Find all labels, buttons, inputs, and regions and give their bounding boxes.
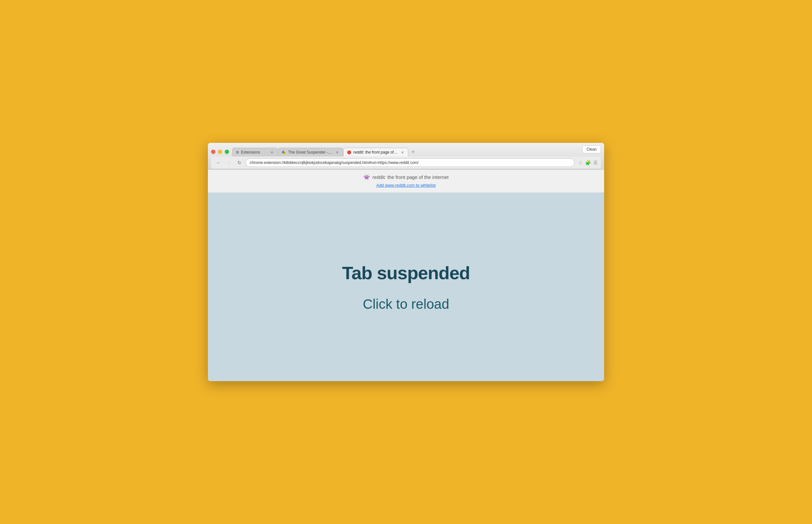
tab-great-suspender-label: The Great Suspender - Ch… [288,150,333,154]
minimize-window-button[interactable] [218,150,222,154]
menu-icon[interactable]: ☰ [594,160,598,165]
main-content[interactable]: Tab suspended Click to reload [208,193,604,381]
back-button[interactable]: ← [214,159,223,167]
info-bar: 👾 reddit: the front page of the internet… [208,169,604,193]
extensions-icon[interactable]: 🧩 [585,160,591,165]
great-suspender-tab-icon: 🎭 [281,150,286,154]
tab-extensions-label: Extensions [241,150,267,154]
clean-button[interactable]: Clean [582,145,601,153]
whitelist-link[interactable]: Add www.reddit.com to whitelist [376,183,436,187]
title-bar-right: Clean [582,145,601,157]
address-bar-row: ← → ↻ chrome-extension://klbibkeccnjlkjk… [211,157,601,169]
new-tab-button[interactable]: + [409,147,418,157]
reddit-logo-icon: 👾 [363,174,370,180]
address-field[interactable]: chrome-extension://klbibkeccnjlkjkiokjod… [246,159,574,167]
tab-reddit[interactable]: 🔴 reddit: the front page of th… ✕ [343,148,408,157]
tab-reddit-close[interactable]: ✕ [400,150,405,154]
page-title-row: 👾 reddit: the front page of the internet [214,174,598,180]
tab-great-suspender[interactable]: 🎭 The Great Suspender - Ch… ✕ [278,148,343,157]
address-text: chrome-extension://klbibkeccnjlkjkiokjod… [250,160,419,165]
tab-great-suspender-close[interactable]: ✕ [335,150,339,154]
page-title-text: reddit: the front page of the internet [373,174,449,180]
browser-window: ⚙ Extensions ✕ 🎭 The Great Suspender - C… [208,143,604,381]
tabs-row: ⚙ Extensions ✕ 🎭 The Great Suspender - C… [232,147,418,157]
desktop: ⚙ Extensions ✕ 🎭 The Great Suspender - C… [0,0,812,524]
maximize-window-button[interactable] [225,150,229,154]
tab-suspended-heading: Tab suspended [342,262,470,283]
title-bar: ⚙ Extensions ✕ 🎭 The Great Suspender - C… [208,143,604,169]
star-icon[interactable]: ☆ [579,160,583,165]
click-to-reload-text: Click to reload [363,296,449,312]
tab-extensions-close[interactable]: ✕ [270,150,274,154]
tabs-and-clean-row: ⚙ Extensions ✕ 🎭 The Great Suspender - C… [211,145,601,157]
reddit-tab-icon: 🔴 [347,150,352,154]
close-window-button[interactable] [211,150,215,154]
reload-button[interactable]: ↻ [235,159,244,167]
window-controls [211,150,229,154]
tab-extensions[interactable]: ⚙ Extensions ✕ [232,148,278,157]
tab-reddit-label: reddit: the front page of th… [353,150,398,154]
extensions-tab-icon: ⚙ [236,150,239,154]
address-bar-icons: ☆ 🧩 ☰ [579,160,598,165]
forward-button[interactable]: → [225,159,233,167]
